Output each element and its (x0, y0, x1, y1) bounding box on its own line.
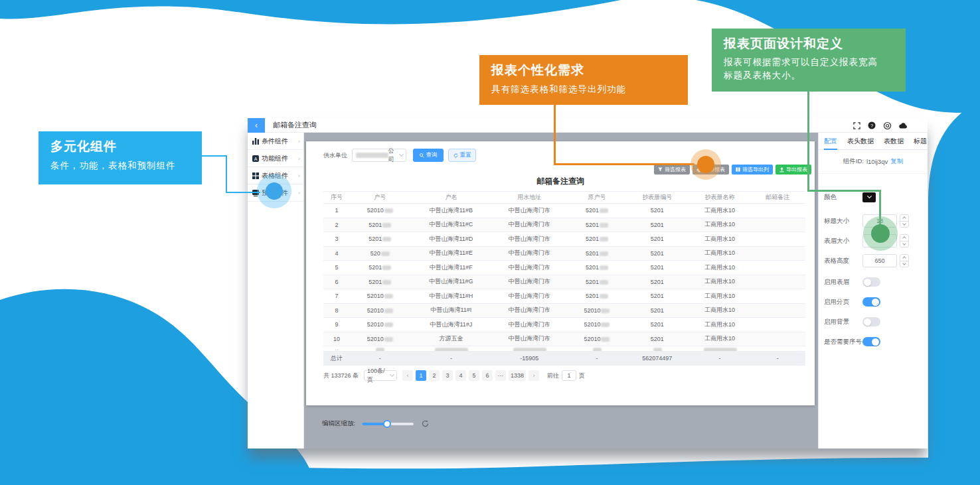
cell-book-name: 工商用水10 (687, 292, 752, 301)
tab-table-data[interactable]: 表数据 (884, 133, 904, 150)
help-icon[interactable]: ? (868, 121, 876, 129)
cell-no: 3 (323, 236, 350, 242)
page-button[interactable]: 6 (482, 370, 493, 381)
component-id-value: l10ij3qv (866, 158, 888, 165)
filter-table-label: 筛选报表 (665, 166, 686, 173)
cell-account: 52010 (350, 321, 410, 328)
filter-row: 供水单位 公司 查询 重置 (323, 149, 476, 162)
report-title: 邮箱备注查询 (306, 176, 815, 187)
cell-name: 中普山海湾11#H (410, 292, 492, 301)
function-icon: A (252, 155, 259, 162)
cell-book-no: 5201 (627, 207, 687, 214)
fullscreen-icon[interactable] (853, 122, 860, 129)
redacted-text (600, 280, 608, 285)
cloud-icon[interactable] (899, 122, 908, 129)
cell-name: 中普山海湾11#C (410, 220, 492, 229)
search-icon (420, 153, 424, 158)
refresh-icon (453, 153, 458, 158)
export-report-button[interactable]: 导出报表 (776, 165, 811, 174)
title-size-stepper[interactable] (900, 214, 909, 228)
cell-no: 4 (323, 250, 350, 257)
cell-no: 2 (323, 222, 350, 228)
redacted-text (384, 208, 393, 213)
next-page-button[interactable]: › (529, 370, 539, 381)
config-panel: 配置 表头数据 表数据 标题 组件ID: l10ij3qv 复制 颜色 标题大小 (818, 133, 928, 449)
cell-no: 9 (323, 321, 350, 328)
page-size-select[interactable]: 100条/页 (364, 370, 397, 381)
reset-button[interactable]: 重置 (448, 149, 476, 162)
need-index-toggle[interactable] (862, 337, 880, 346)
tab-title[interactable]: 标题 (914, 133, 927, 150)
redacted-text (381, 251, 390, 256)
columns-icon (736, 167, 740, 172)
cell-book-name: 工商用水10 (687, 263, 752, 272)
back-button[interactable]: ‹ (248, 118, 265, 133)
filter-export-columns-button[interactable]: 筛选导出列 (732, 165, 773, 174)
zoom-reset-icon[interactable] (422, 420, 429, 427)
export-icon (779, 167, 784, 173)
cell-name: 中普山海湾11#E (410, 249, 492, 257)
page-button[interactable]: 2 (429, 370, 440, 381)
page-title: 邮箱备注查询 (273, 120, 317, 130)
tab-header-data[interactable]: 表头数据 (847, 133, 874, 150)
sidebar-item-function-components[interactable]: A 功能组件 › (248, 150, 303, 167)
cell-address: 中普山海湾门市 (492, 306, 567, 314)
cell-name: 中普山海湾11#J (410, 320, 492, 329)
page-button[interactable]: ··· (495, 370, 506, 381)
report-table: 序号 户号 户名 用水地址 原户号 抄表册编号 抄表册名称 邮箱备注 1 520… (323, 191, 805, 366)
color-picker[interactable] (862, 192, 876, 202)
table-height-stepper[interactable] (900, 254, 909, 267)
chevron-down-icon (399, 152, 404, 157)
table-body: 1 52010 中普山海湾11#B 中普山海湾门市 5201 5201 工商用水… (323, 204, 805, 346)
page-button[interactable]: 4 (455, 370, 466, 381)
zoom-slider-handle[interactable] (383, 420, 391, 428)
chevron-right-icon: › (298, 138, 300, 145)
query-button[interactable]: 查询 (413, 149, 444, 162)
prev-page-button[interactable]: ‹ (402, 370, 413, 381)
page-button[interactable]: 1338 (509, 370, 526, 381)
column-header: 用水地址 (492, 193, 567, 202)
cell-book-name: 工商用水10 (687, 320, 752, 329)
connector-orange-h (554, 163, 694, 165)
page-button[interactable]: 3 (442, 370, 453, 381)
cell-no: 10 (323, 336, 350, 342)
redacted-text (600, 223, 608, 228)
redacted-text (601, 337, 610, 342)
sidebar-item-condition-components[interactable]: 条件组件 › (248, 133, 303, 150)
connector-orange-v (554, 105, 556, 165)
field-table-height: 表格高度 (824, 253, 924, 268)
enable-pagination-toggle[interactable] (862, 297, 880, 307)
enable-header-band-toggle[interactable] (862, 277, 880, 287)
column-header: 邮箱备注 (752, 193, 803, 202)
enable-background-toggle[interactable] (862, 317, 880, 326)
page-button[interactable]: 1 (416, 370, 426, 381)
redacted-text (384, 294, 393, 299)
cell-account: 5201 (350, 222, 410, 228)
table-height-input[interactable] (862, 254, 897, 267)
connector-blue-v (226, 155, 227, 193)
table-row: 2 5201 中普山海湾11#C 中普山海湾门市 5201 5201 工商用水1… (323, 218, 805, 233)
filter-table-button[interactable]: 筛选报表 (654, 165, 690, 174)
cell-old-account: 52010 (567, 321, 627, 328)
cell-account: 5201 (350, 264, 410, 271)
zoom-label: 编辑区缩放: (322, 419, 355, 428)
page-button[interactable]: 5 (469, 370, 479, 381)
water-company-select[interactable]: 公司 (352, 149, 406, 162)
redacted-text (382, 223, 391, 228)
zoom-slider[interactable] (362, 423, 414, 425)
annotation-dot-blue (257, 174, 291, 208)
column-header: 户号 (350, 193, 410, 202)
preview-eye-icon[interactable] (883, 121, 892, 130)
copy-id-link[interactable]: 复制 (890, 157, 903, 166)
jump-page-input[interactable] (562, 370, 576, 381)
redacted-text (384, 309, 393, 313)
connector-green-h (807, 190, 881, 192)
cell-account: 52010 (350, 293, 410, 299)
cell-account: 5201 (350, 279, 410, 285)
tab-config[interactable]: 配置 (824, 133, 837, 150)
callout-components-subtitle: 条件，功能，表格和预制组件 (50, 160, 191, 172)
cell-account: 52010 (350, 307, 410, 314)
cell-name: 中普山海湾11#I (410, 306, 492, 314)
header-band-size-stepper[interactable] (900, 234, 909, 247)
cell-book-no: 5201 (627, 307, 687, 314)
